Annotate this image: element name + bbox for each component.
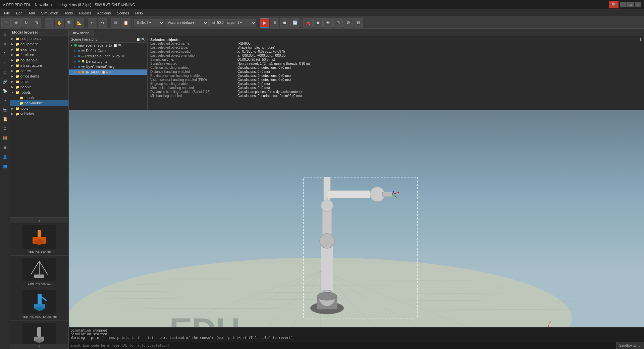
menu-simulation[interactable]: Simulation [38,10,61,16]
sim-eye[interactable]: 👁 [323,18,333,28]
tree-item-furniture[interactable]: ▶📁furniture [10,52,68,57]
thumbnail-item-0[interactable]: ABB IRB 140.ttm [10,223,68,256]
tree-item-people[interactable]: ▶📁people [10,84,68,90]
tree-item-non-mobile[interactable]: 📁non-mobile [10,100,68,106]
tree-item-examples[interactable]: ▶📁examples [10,47,68,52]
sidebar-icon-calculations[interactable]: 🧮 [1,134,9,142]
menu-add[interactable]: Add [26,10,38,16]
tool-select[interactable]: ⊕ [1,18,11,28]
thumbnail-item-3[interactable]: ABB IRB ... [10,321,68,344]
menu-addons[interactable]: Add-ons [94,10,113,16]
sidebar-icon-user[interactable]: 👤 [1,152,9,161]
sidebar-icon-select[interactable]: ⊕ [1,30,9,39]
scene-hierarchy-icon1[interactable]: 📋 [136,38,140,41]
tool-move[interactable]: ✥ [11,18,21,28]
tool-cam-zoom[interactable]: 🔍 [65,18,74,28]
svg-line-19 [102,291,538,294]
svg-rect-37 [324,177,330,211]
menu-scenes[interactable]: Scenes [114,10,132,16]
thumb-scroll-up[interactable]: ▲ [10,217,68,223]
tool-cam-orbit[interactable]: 🎥 [45,18,54,28]
thumbnail-item-1[interactable]: ABB IRB 360.ttm [10,256,68,288]
sim-settings[interactable]: ⚙ [343,18,353,28]
thumbnail-item-2[interactable]: ABB IRB 4600-40-255.ttm [10,288,68,321]
tree-item-components[interactable]: ▶📁components [10,36,68,41]
info-label-7: Distance handling enabled [150,70,237,73]
scene-node-irb4600[interactable]: ▶🔶IRB4600📋 ▶ ≡ [69,69,147,75]
tree-item-vehicles[interactable]: ▶📁vehicles [10,111,68,116]
menu-edit[interactable]: Edit [13,10,25,16]
accuracy-select[interactable]: Accurate (defau ▾ [165,19,209,27]
sim-pause[interactable]: ⏸ [270,18,279,28]
sandbox-script-button[interactable]: Sandbox script [616,342,644,349]
tree-item-equipment[interactable]: ▶📁equipment [10,41,68,47]
sim-car[interactable]: 🚗 [303,18,313,28]
info-value-8: Calculations: 0, detections: 0 (0 ms) [237,74,291,78]
sidebar-icon-cameras[interactable]: 📷 [1,105,9,114]
tool-copy[interactable]: ⧉ [111,18,120,28]
scene-node-defaultlights[interactable]: ▶💡DefaultLights [69,59,147,64]
sidebar-icon-group[interactable]: 👥 [1,162,9,170]
svg-text:EDU: EDU [169,311,240,327]
close-button[interactable]: ✕ [635,2,641,7]
timestep-select[interactable]: dt=50.0 ms, ppf=1 ▾ [209,19,256,27]
sim-calc[interactable]: 🖥 [354,18,363,28]
tool-cam-angle[interactable]: 📐 [75,18,84,28]
search-button[interactable]: 🔍 [609,1,619,8]
tool-paste[interactable]: 📋 [121,18,130,28]
scene-node-resizablefloor_5_25[interactable]: ▶▭ResizableFloor_5_25⊞ [69,53,147,59]
sim-grid[interactable]: ⊞ [333,18,343,28]
tool-redo[interactable]: ↪ [98,18,107,28]
sim-record[interactable]: ⏺ [313,18,323,28]
menu-file[interactable]: File [1,10,13,16]
svg-point-13 [35,339,43,343]
scene-hierarchy-icon2[interactable]: 🔍 [141,38,145,41]
viewport-3d[interactable]: EDU Y X Z [69,110,644,327]
tree-item-robots[interactable]: ▼📁robots [10,90,68,95]
menu-plugins[interactable]: Plugins [76,10,94,16]
console-input[interactable] [69,342,616,349]
tree-item-tools[interactable]: ▶📁tools [10,106,68,111]
tool-cam-pan[interactable]: ✋ [55,18,64,28]
tree-item-nature[interactable]: ▶📁nature [10,68,68,73]
sidebar-icon-joints[interactable]: 🔗 [1,77,9,86]
sim-stop[interactable]: ⏹ [280,18,289,28]
info-value-4: 00:00:00.20 (dt=50.0 ms) [237,58,275,61]
scene-tree[interactable]: ▼new scene (scene 1)📋 🔍▶📷DefaultCamera▶▭… [69,43,147,110]
scene-node-defaultcamera[interactable]: ▶📷DefaultCamera [69,48,147,53]
menu-help[interactable]: Help [132,10,146,16]
center-area: new scene Scene hierarchy 📋 🔍 ▼new scene… [69,29,644,349]
scene-node-xyzcameraproxy[interactable]: ▶📷XyzCameraProxy [69,64,147,69]
scene-tab-new[interactable]: new scene [69,30,94,36]
tool-scale[interactable]: ⊞ [32,18,41,28]
tool-rotate[interactable]: ↻ [21,18,31,28]
tool-undo[interactable]: ↩ [88,18,97,28]
tree-item-mobile[interactable]: 📁mobile [10,95,68,100]
model-tree[interactable]: ▶📁components▶📁equipment▶📁examples▶📁furni… [10,36,68,217]
physics-engine-select[interactable]: Bullet 2 ▾ [134,19,164,27]
sidebar-icon-scripts[interactable]: 📜 [1,115,9,123]
sidebar-icon-dynamics[interactable]: ⚙ [1,124,9,133]
sidebar-icon-display[interactable]: 🖥 [1,143,9,152]
console-log-line: Simulation started. [71,332,642,336]
tree-item-other[interactable]: ▶📁other [10,79,68,84]
sidebar-icon-rotate[interactable]: ↻ [1,49,9,58]
thumb-scroll-down[interactable]: ▼ [10,344,68,349]
sidebar-icon-paths[interactable]: 〰 [1,96,9,105]
menu-tools[interactable]: Tools [62,10,76,16]
sidebar-icon-scale[interactable]: ↕ [1,58,9,67]
maximize-button[interactable]: □ [627,2,634,7]
sim-loop[interactable]: 🔄 [290,18,300,28]
selected-count: 1 [639,38,641,42]
sidebar-icon-sensors[interactable]: 📡 [1,87,9,95]
tree-item-infrastructure[interactable]: ▶📁infrastructure [10,63,68,68]
info-label-10: IK group handling enabled [150,82,237,86]
sim-pointer[interactable]: ▶ [260,18,269,28]
sidebar-icon-shapes[interactable]: ⬡ [1,68,9,77]
tree-item-household[interactable]: ▶📁household [10,57,68,63]
minimize-button[interactable]: ─ [620,2,627,7]
sidebar-icon-move[interactable]: ✥ [1,40,9,48]
svg-rect-35 [322,204,332,244]
tree-item-office-items[interactable]: ▶📁office items [10,73,68,79]
scene-root[interactable]: ▼new scene (scene 1)📋 🔍 [69,43,147,48]
